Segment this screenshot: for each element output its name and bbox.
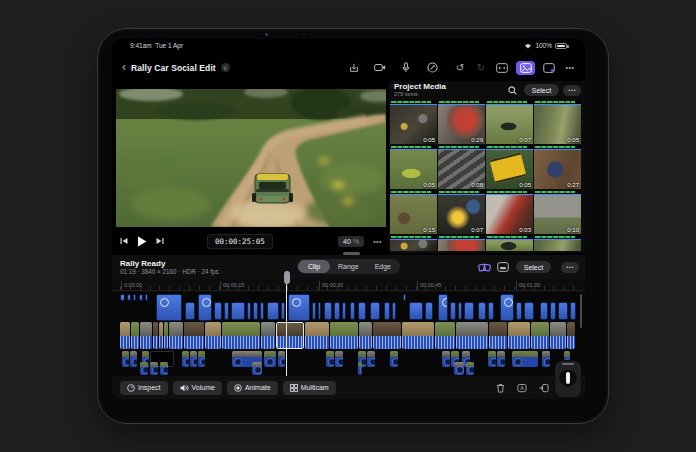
camera-icon[interactable]: [373, 62, 387, 74]
timeline-clip[interactable]: [489, 322, 507, 349]
timeline-clip[interactable]: [324, 302, 332, 320]
jog-wheel-dial[interactable]: [558, 368, 578, 388]
append-clip-button[interactable]: A: [517, 383, 527, 393]
media-thumbnail-rally-car-grass[interactable]: 0:05: [390, 145, 437, 189]
timeline-clip[interactable]: [247, 302, 251, 320]
media-thumbnail-rally-austin-sticker[interactable]: 0:05: [486, 145, 533, 189]
play-button[interactable]: [137, 236, 147, 247]
timeline-overview-icon[interactable]: [478, 261, 491, 273]
timeline-clip[interactable]: [133, 294, 136, 301]
inspector-button[interactable]: [542, 62, 556, 74]
timeline-select-button[interactable]: Select: [516, 261, 551, 273]
undo-button[interactable]: ↺: [453, 62, 467, 74]
timeline-clip[interactable]: [261, 322, 275, 349]
timeline-clip[interactable]: [500, 294, 514, 321]
mode-clip[interactable]: Clip: [298, 260, 330, 273]
timeline-clip[interactable]: [438, 294, 448, 321]
timeline-clip[interactable]: [359, 322, 372, 349]
animate-button[interactable]: Animate: [227, 381, 278, 395]
timeline-clip[interactable]: [350, 302, 355, 320]
timecode-display[interactable]: 00:00:25:05: [207, 234, 273, 249]
timeline-clip[interactable]: [140, 362, 148, 375]
timeline-clip[interactable]: [478, 302, 486, 320]
previous-frame-button[interactable]: [120, 237, 128, 245]
redo-button[interactable]: ↻: [474, 62, 488, 74]
timeline-clip[interactable]: [260, 302, 264, 320]
media-thumbnail-grass-wreckage[interactable]: 0:15: [390, 190, 437, 234]
timeline-clip[interactable]: [145, 294, 148, 301]
timeline-clip[interactable]: [222, 322, 260, 349]
timeline-clip[interactable]: [131, 322, 139, 349]
timeline-clip[interactable]: [508, 322, 530, 349]
media-thumbnail-crashed-car-headlight[interactable]: 0:07: [438, 190, 485, 234]
jog-wheel[interactable]: [555, 361, 581, 397]
timeline-clip[interactable]: [458, 302, 462, 320]
timeline-clip[interactable]: [305, 322, 329, 349]
next-frame-button[interactable]: [156, 237, 164, 245]
timeline-clip[interactable]: [330, 322, 358, 349]
clip-appearance-icon[interactable]: [497, 261, 510, 273]
timeline-clip[interactable]: [450, 302, 456, 320]
playhead-handle[interactable]: [284, 271, 290, 284]
timeline-clip[interactable]: [169, 322, 183, 349]
timeline-tracks[interactable]: [112, 292, 585, 376]
timeline-clip[interactable]: [184, 322, 204, 349]
timeline-clip[interactable]: [214, 302, 222, 320]
media-thumbnail-partial[interactable]: [534, 235, 581, 251]
timeline-clip[interactable]: [370, 302, 380, 320]
media-thumbnail-red-white-car[interactable]: 0:03: [486, 190, 533, 234]
timeline-clip[interactable]: [224, 302, 229, 320]
timeline-clip[interactable]: [231, 302, 245, 320]
live-drawing-icon[interactable]: [425, 62, 439, 74]
media-thumbnail-drift-track[interactable]: 0:10: [534, 190, 581, 234]
timeline-clip[interactable]: [384, 302, 390, 320]
timeline-clip[interactable]: [139, 294, 143, 301]
search-icon[interactable]: [507, 84, 519, 96]
timeline-clip[interactable]: [160, 362, 168, 375]
timeline-clip[interactable]: [358, 362, 362, 375]
multicam-button[interactable]: Multicam: [283, 381, 336, 395]
toolbar-more-button[interactable]: •••: [563, 62, 577, 74]
media-select-button[interactable]: Select: [524, 84, 559, 96]
timeline-more-button[interactable]: •••: [561, 262, 579, 273]
viewer-zoom-control[interactable]: 40%: [338, 236, 364, 247]
timeline-clip[interactable]: [150, 362, 158, 375]
timeline-clip[interactable]: [524, 302, 534, 320]
timeline-clip[interactable]: [373, 322, 401, 349]
timeline-clip[interactable]: [276, 322, 304, 349]
timeline-clip[interactable]: [120, 322, 130, 349]
media-thumbnail-partial[interactable]: [486, 235, 533, 251]
timeline-ruler[interactable]: 0:00:0000:00:1500:00:3000:00:4500:01:00: [112, 279, 585, 291]
timeline-clip[interactable]: [164, 322, 168, 349]
timeline-clip[interactable]: [342, 302, 346, 320]
timeline-clip[interactable]: [516, 302, 522, 320]
timeline-clip[interactable]: [466, 362, 474, 375]
timeline-clip[interactable]: [531, 322, 549, 349]
timeline-clip[interactable]: [185, 302, 195, 320]
timeline-clip[interactable]: [403, 294, 406, 301]
timeline-clip[interactable]: [488, 302, 494, 320]
media-thumbnail-red-engine-part[interactable]: 0:29: [438, 100, 485, 144]
timeline-clip[interactable]: [127, 294, 131, 301]
timeline-clip[interactable]: [334, 302, 340, 320]
timeline-clip[interactable]: [140, 322, 152, 349]
media-thumbnail-green-van[interactable]: 0:05: [534, 100, 581, 144]
timeline-clip[interactable]: [464, 302, 474, 320]
timeline-clip[interactable]: [570, 302, 576, 320]
viewer-layout-button[interactable]: [495, 62, 509, 74]
timeline-clip[interactable]: [567, 322, 575, 349]
back-button[interactable]: ‹: [122, 61, 126, 73]
viewer-more-button[interactable]: •••: [373, 238, 382, 245]
timeline-clip[interactable]: [402, 322, 434, 349]
timeline-clip[interactable]: [281, 302, 285, 320]
insert-clip-button[interactable]: [539, 383, 549, 393]
timeline-clip[interactable]: [253, 302, 258, 320]
microphone-icon[interactable]: [399, 62, 413, 74]
media-browser-button[interactable]: [516, 61, 535, 75]
timeline-clip[interactable]: [550, 322, 566, 349]
timeline-clip[interactable]: [153, 322, 158, 349]
media-thumbnail-engine-bay[interactable]: 0:05: [390, 100, 437, 144]
timeline-clip[interactable]: [252, 362, 262, 375]
timeline-scrollbar[interactable]: [580, 294, 582, 328]
timeline-clip[interactable]: [456, 322, 488, 349]
